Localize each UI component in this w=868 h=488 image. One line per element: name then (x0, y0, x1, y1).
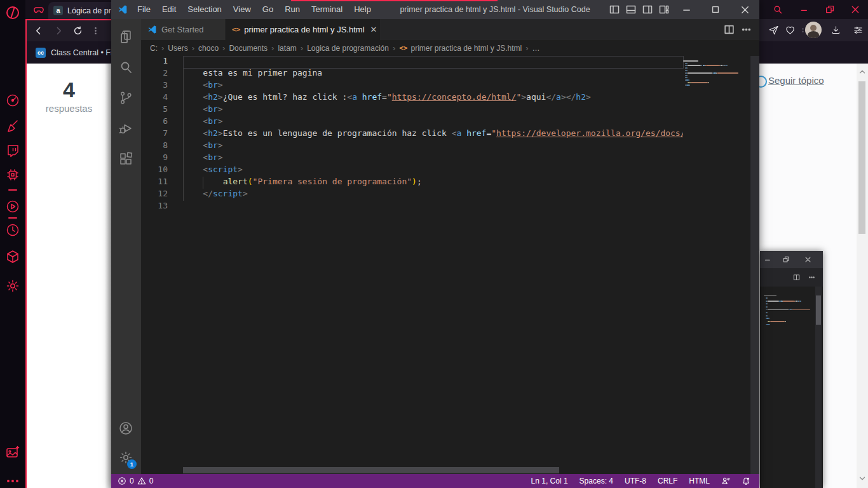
account-icon[interactable] (118, 421, 133, 436)
editor-scrollbar[interactable] (750, 56, 759, 474)
activity-bar: 1 (111, 19, 141, 474)
browser-search-icon[interactable] (773, 4, 783, 15)
twitch-icon[interactable] (5, 144, 20, 159)
run-debug-icon[interactable] (118, 121, 133, 136)
editor-tabbar: Get Started <> primer practica de html y… (141, 19, 759, 40)
split-editor-icon[interactable] (724, 24, 735, 35)
secondary-restore-button[interactable] (783, 256, 790, 263)
menu-file[interactable]: File (132, 0, 156, 19)
indentation[interactable]: Spaces: 4 (580, 477, 613, 485)
bookmark-label[interactable]: Class Central • Fin (51, 48, 111, 57)
browser-maximize-button[interactable] (825, 4, 835, 15)
secondary-close-button[interactable] (804, 256, 811, 263)
eol-sequence[interactable]: CRLF (658, 477, 677, 485)
toggle-sidebar-icon[interactable] (609, 4, 620, 15)
toggle-panel-icon[interactable] (626, 4, 636, 15)
code-editor[interactable]: 12345678910111213 esta es mi primer pagi… (141, 56, 759, 474)
mods-cube-icon[interactable] (5, 249, 20, 264)
secondary-split-editor-icon[interactable] (793, 274, 800, 281)
browser-close-button[interactable] (850, 4, 860, 15)
toggle-secondary-sidebar-icon[interactable] (642, 4, 653, 15)
more-options-icon[interactable] (5, 473, 20, 488)
opera-gx-sidebar (0, 0, 25, 488)
minimap[interactable] (683, 58, 750, 198)
menu-run[interactable]: Run (279, 0, 306, 19)
problems-status[interactable]: 0 0 (111, 477, 153, 485)
breadcrumb-item[interactable]: … (532, 44, 540, 53)
secondary-scrollbar[interactable] (815, 287, 822, 488)
tab-get-started[interactable]: Get Started (141, 19, 226, 40)
profile-avatar[interactable] (805, 22, 822, 38)
browser-minimize-button[interactable] (799, 4, 810, 15)
scroll-up-icon[interactable] (858, 67, 867, 76)
menu-edit[interactable]: Edit (156, 0, 182, 19)
wallpaper-image-icon[interactable] (5, 445, 20, 460)
explorer-icon[interactable] (118, 29, 133, 44)
gx-controller-icon[interactable] (33, 4, 44, 15)
secondary-scrollbar-thumb[interactable] (816, 295, 821, 325)
more-actions-icon[interactable] (741, 24, 752, 35)
minimize-button[interactable] (672, 0, 700, 19)
source-control-icon[interactable] (118, 90, 133, 105)
gx-corner-gauge-icon[interactable] (5, 93, 20, 108)
menu-bar: FileEditSelectionViewGoRunTerminalHelp (132, 0, 377, 19)
secondary-more-actions-icon[interactable] (808, 274, 815, 281)
back-icon[interactable] (33, 25, 44, 36)
scroll-down-icon[interactable] (858, 474, 867, 483)
encoding[interactable]: UTF-8 (625, 477, 646, 485)
browser-nav-bar (27, 20, 111, 41)
menu-go[interactable]: Go (257, 0, 279, 19)
browser-red-border-top (25, 19, 111, 20)
sidebar-divider (8, 189, 17, 191)
menu-selection[interactable]: Selection (182, 0, 227, 19)
cleaner-broom-icon[interactable] (5, 119, 20, 134)
vscode-logo-icon (147, 25, 157, 34)
tab-label: Get Started (161, 25, 203, 34)
notifications-bell-icon[interactable] (742, 477, 750, 485)
vscode-logo-icon (118, 4, 128, 15)
download-icon[interactable] (831, 25, 841, 36)
favorites-heart-icon[interactable] (785, 25, 796, 36)
breadcrumb-item[interactable]: latam (278, 44, 296, 53)
breadcrumb-item[interactable]: Logica de programación (307, 44, 389, 53)
close-button[interactable] (731, 0, 759, 19)
follow-topic-link[interactable]: Seguir tópico (768, 75, 824, 86)
language-mode[interactable]: HTML (689, 477, 710, 485)
extensions-icon[interactable] (118, 151, 133, 166)
breadcrumb-item[interactable]: Users (168, 44, 187, 53)
secondary-minimize-button[interactable] (764, 256, 771, 263)
tab-file-active[interactable]: <> primer practica de html y JS.html ✕ (226, 19, 380, 40)
window-title: primer practica de html y JS.html - Visu… (400, 0, 590, 19)
page-scrollbar[interactable] (857, 64, 868, 488)
breadcrumb-item[interactable]: C: (150, 44, 158, 53)
answers-label: respuestas (27, 103, 111, 114)
page-scrollbar-thumb[interactable] (858, 81, 865, 234)
menu-terminal[interactable]: Terminal (306, 0, 348, 19)
breadcrumb-item[interactable]: primer practica de html y JS.html (410, 44, 522, 53)
breadcrumb-item[interactable]: choco (198, 44, 219, 53)
horizontal-scrollbar-thumb[interactable] (183, 467, 559, 473)
forward-icon[interactable] (53, 25, 64, 36)
breadcrumb-item[interactable]: Documents (229, 44, 268, 53)
errors-icon (118, 477, 126, 485)
bookmark-bar: cc Class Central • Fin (27, 41, 111, 64)
settings-gear-icon[interactable] (5, 278, 20, 294)
tune-sliders-icon[interactable] (853, 25, 864, 36)
feedback-icon[interactable] (721, 477, 730, 485)
line-number: 7 (141, 128, 183, 140)
hot-tabs-killer-chip-icon[interactable] (5, 167, 20, 182)
secondary-vscode-window (760, 251, 823, 488)
customize-layout-icon[interactable] (659, 4, 669, 15)
menu-help[interactable]: Help (348, 0, 377, 19)
menu-view[interactable]: View (227, 0, 257, 19)
search-icon[interactable] (118, 60, 133, 75)
maximize-button[interactable] (702, 0, 729, 19)
history-clock-icon[interactable] (5, 222, 20, 238)
tab-close-icon[interactable]: ✕ (370, 25, 377, 34)
cursor-position[interactable]: Ln 1, Col 1 (531, 477, 568, 485)
reload-icon[interactable] (72, 25, 83, 36)
player-play-icon[interactable] (5, 199, 20, 214)
menu-dots-icon[interactable] (90, 25, 101, 36)
opera-gx-logo-icon[interactable] (5, 5, 20, 20)
share-icon[interactable] (768, 25, 779, 36)
